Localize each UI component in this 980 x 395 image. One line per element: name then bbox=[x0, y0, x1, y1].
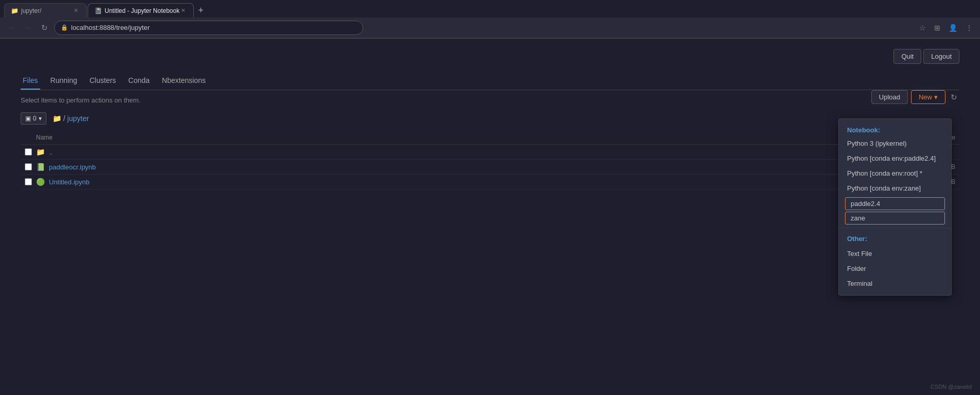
file-checkbox-parent[interactable] bbox=[25, 148, 32, 156]
url-text: localhost:8888/tree/jupyter bbox=[71, 24, 149, 31]
breadcrumb-icon: 📁 bbox=[53, 114, 61, 123]
top-actions: Quit Logout bbox=[21, 49, 959, 64]
tab-conda[interactable]: Conda bbox=[126, 72, 151, 90]
tab-clusters[interactable]: Clusters bbox=[88, 72, 118, 90]
jupyter-content: Quit Logout Files Running Clusters Conda… bbox=[0, 39, 980, 200]
breadcrumb: 📁 / jupyter bbox=[53, 114, 89, 123]
tab-nbextensions[interactable]: Nbextensions bbox=[160, 72, 208, 90]
refresh-button[interactable]: ↻ bbox=[38, 21, 51, 35]
running-icon-untitled: 🟢 bbox=[36, 178, 45, 186]
tab-files[interactable]: Files bbox=[21, 72, 40, 90]
refresh-files-button[interactable]: ↻ bbox=[949, 91, 959, 104]
tab-label-jupyter: jupyter/ bbox=[21, 7, 41, 14]
select-hint: Select items to perform actions on them. bbox=[21, 96, 959, 104]
col-name: Name bbox=[36, 134, 832, 141]
dropdown-terminal[interactable]: Terminal bbox=[839, 276, 951, 291]
tab-close-untitled[interactable]: ✕ bbox=[179, 7, 187, 14]
breadcrumb-separator: / bbox=[63, 114, 65, 123]
dropdown-conda-root[interactable]: Python [conda env:root] * bbox=[839, 166, 951, 181]
bookmark-button[interactable]: ☆ bbox=[916, 22, 929, 34]
file-name-untitled: Untitled.ipynb bbox=[49, 178, 842, 186]
file-checkbox-paddleocr[interactable] bbox=[25, 163, 32, 170]
file-actions: Upload New ▾ ↻ bbox=[871, 90, 959, 104]
watermark: CSDN @zanelld bbox=[931, 384, 972, 390]
new-button[interactable]: New ▾ bbox=[911, 90, 945, 104]
folder-icon-parent: 📁 bbox=[36, 148, 45, 156]
back-button[interactable]: ← bbox=[4, 21, 18, 34]
dropdown-text-file[interactable]: Text File bbox=[839, 246, 951, 261]
browser-menu-button[interactable]: ⋮ bbox=[962, 22, 976, 34]
other-section-label: Other: bbox=[839, 231, 951, 246]
tab-jupyter[interactable]: 📁 jupyter/ ✕ bbox=[4, 3, 87, 18]
address-bar: ← → ↻ 🔒 localhost:8888/tree/jupyter ☆ ⊞ … bbox=[0, 18, 980, 38]
lock-icon: 🔒 bbox=[61, 24, 68, 31]
file-item-paddleocr[interactable]: 📗 paddleocr.ipynb kB bbox=[21, 160, 959, 175]
new-button-arrow: ▾ bbox=[934, 93, 938, 101]
logout-button[interactable]: Logout bbox=[923, 49, 959, 64]
dropdown-divider bbox=[839, 228, 951, 228]
file-toolbar: ▣ 0 ▾ 📁 / jupyter bbox=[21, 112, 959, 125]
dropdown-folder[interactable]: Folder bbox=[839, 261, 951, 276]
sidebar-button[interactable]: ⊞ bbox=[931, 22, 943, 34]
notebook-section-label: Notebook: bbox=[839, 123, 951, 136]
file-item-parent[interactable]: 📁 .. bbox=[21, 145, 959, 160]
dropdown-conda-zane[interactable]: Python [conda env:zane] bbox=[839, 181, 951, 196]
browser-actions: ☆ ⊞ 👤 ⋮ bbox=[916, 22, 976, 34]
tab-running[interactable]: Running bbox=[48, 72, 79, 90]
dropdown-paddle24-btn[interactable]: paddle2.4 bbox=[845, 197, 945, 210]
tab-bar: 📁 jupyter/ ✕ 📓 Untitled - Jupyter Notebo… bbox=[0, 0, 980, 18]
url-bar[interactable]: 🔒 localhost:8888/tree/jupyter bbox=[54, 21, 363, 35]
dropdown-paddle24[interactable]: Python [conda env:paddle2.4] bbox=[839, 151, 951, 166]
file-name-parent: .. bbox=[49, 148, 842, 156]
dropdown-python3[interactable]: Python 3 (ipykernel) bbox=[839, 136, 951, 151]
new-tab-button[interactable]: + bbox=[195, 4, 207, 17]
tab-label-untitled: Untitled - Jupyter Notebook bbox=[105, 7, 179, 14]
file-checkbox-untitled[interactable] bbox=[25, 178, 32, 185]
file-list: Name Last Modified File size 📁 .. 📗 padd… bbox=[21, 131, 959, 190]
file-item-untitled[interactable]: 🟢 Untitled.ipynb kB bbox=[21, 175, 959, 190]
browser-chrome: 📁 jupyter/ ✕ 📓 Untitled - Jupyter Notebo… bbox=[0, 0, 980, 39]
dropdown-zane-btn[interactable]: zane bbox=[845, 212, 945, 225]
forward-button[interactable]: → bbox=[21, 21, 35, 34]
upload-button[interactable]: Upload bbox=[871, 90, 908, 104]
new-dropdown-menu: Notebook: Python 3 (ipykernel) Python [c… bbox=[838, 118, 952, 296]
quit-button[interactable]: Quit bbox=[893, 49, 921, 64]
tab-favicon-untitled: 📓 bbox=[94, 7, 102, 14]
tab-untitled[interactable]: 📓 Untitled - Jupyter Notebook ✕ bbox=[88, 3, 194, 18]
select-count: 0 bbox=[33, 115, 37, 122]
jupyter-nav-tabs: Files Running Clusters Conda Nbextension… bbox=[21, 72, 959, 90]
tab-close-jupyter[interactable]: ✕ bbox=[72, 7, 80, 14]
file-name-paddleocr: paddleocr.ipynb bbox=[49, 163, 842, 171]
select-dropdown-icon: ▾ bbox=[39, 115, 42, 122]
profile-button[interactable]: 👤 bbox=[945, 22, 960, 34]
new-button-label: New bbox=[919, 93, 932, 101]
file-list-header: Name Last Modified File size bbox=[21, 131, 959, 145]
tab-favicon-jupyter: 📁 bbox=[11, 7, 18, 14]
select-all-button[interactable]: ▣ 0 ▾ bbox=[21, 112, 46, 125]
select-checkbox: ▣ bbox=[25, 115, 31, 122]
notebook-icon-paddleocr: 📗 bbox=[36, 163, 45, 171]
breadcrumb-folder-name[interactable]: jupyter bbox=[67, 114, 89, 123]
